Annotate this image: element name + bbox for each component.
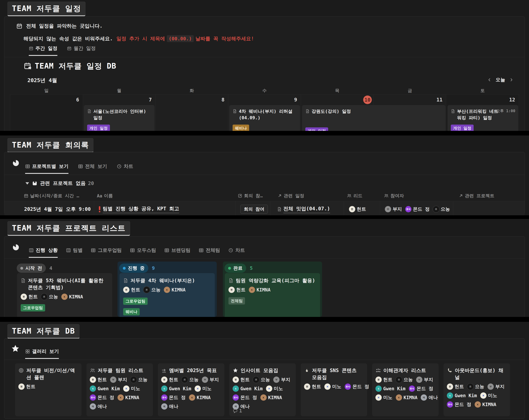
tab-growup-team[interactable]: 그로우업팀 [91,247,122,258]
calendar-event[interactable]: 부산(프리워킹 네트워킹 파티) 일정 오후 1:00 개인 일정 [448,105,518,131]
tab-monthly-schedule[interactable]: 월간 일정 [67,45,95,56]
calendar-event[interactable]: 4차 웨비나(부지) 리허설 (04.09.) 웨비나 [229,105,300,131]
column-header[interactable]: 시작 전 4 [17,264,52,273]
column-header[interactable]: 진행 중 9 [119,264,155,273]
group-header[interactable]: 관련 프로젝트 없음 20 [26,180,94,187]
person-name: KIMNA [125,395,139,400]
person-name: 미노 [332,383,341,390]
person-name: 부지 [495,383,504,390]
tab-whole-team[interactable]: 전체팀 [199,247,220,258]
gallery-card[interactable]: 아웃바운드(홍보) 채널 헌헌트으으농부부지GGwen KimM미노원석몬드 정… [444,363,510,416]
calendar-event[interactable]: 강원도(강의) 일정 개인 일정 [302,105,446,131]
status-dot-icon [20,267,23,270]
column-label: 관련 일정 [284,193,304,199]
person-chip: KKIMNA [118,395,139,401]
table-row[interactable]: 2025년 4월 7일 오후 9:00 팀별 진행 상황 공유, KPT 회고 … [4,201,525,215]
column-header-name[interactable]: Aa 이름 [97,193,113,199]
calendar-cell[interactable]: 6 [10,94,83,131]
page-title: TEAM 저두클 회의록 [12,140,89,149]
column-label: 날짜(시작/종료 시간 … [30,193,79,199]
column-header-date[interactable]: 날짜(시작/종료 시간 … [24,193,79,199]
avatar: K [396,395,402,401]
comment-bubble-icon [233,409,238,413]
person-name: 헌트 [131,287,140,293]
project-card[interactable]: 저두클 4차 웨비나(부지은) 헌헌트으으농KKIMNA 그로우업팀 웨비나 [119,273,215,317]
calendar-event[interactable]: 서울(노션코리아 인터뷰) 일정 개인 일정 [84,105,155,131]
tab-chart[interactable]: 차트 [228,247,245,258]
card-title: 저두클 비전/미션/액션 플랜 [26,367,78,381]
tab-label: 차트 [235,247,245,254]
column-header-participants[interactable]: 참여자 [384,193,404,199]
calendar-week-row: 6 7 8 9 10 11 12 서울(노션코리아 인터뷰) 일정 개인 일정 … [10,94,519,131]
kanban-column-not-started: 시작 전 4 저두클 5차 웨비나(AI를 활용한 콘텐츠 기획법) 헌헌트으으… [15,262,114,317]
tab-chart[interactable]: 차트 [117,163,133,174]
card-tag: 그로우업팀 [21,304,45,311]
gallery-card[interactable]: 저두클 비전/미션/액션 플랜 헌헌트 [15,363,81,416]
page-link-schedule[interactable]: TEAM 저두클 일정 [7,2,85,16]
page-link-minutes[interactable]: TEAM 저두클 회의록 [7,138,93,153]
person-chip: 부부지 [110,377,127,383]
tab-gallery-view[interactable]: 갤러리 보기 [25,348,59,359]
calendar-cell[interactable]: 8 [156,94,228,131]
table-icon [199,248,204,253]
tab-label: 팀별 [73,247,82,254]
column-header-join[interactable]: 회의 참… [238,193,263,199]
column-header-related-schedule[interactable]: 관련 일정 [278,193,304,199]
gallery-card[interactable]: 멤버별 2025년 목표 헌헌트으으농부부지GGwen KimM미노원석몬드 정… [158,363,224,416]
page-link-db[interactable]: TEAM 저두클 DB [7,324,79,339]
cell-name[interactable]: 팀별 진행 상황 공유, KPT 회고 [99,201,179,215]
cell-related-schedule[interactable]: 전체 밋업(04.07.) [277,201,330,215]
join-meeting-button[interactable]: 회의 참여 [240,205,268,214]
person-name: 으농 [49,293,58,300]
kanban-board: 시작 전 4 저두클 5차 웨비나(AI를 활용한 콘텐츠 기획법) 헌헌트으으… [15,262,521,317]
callout-plain: 해당되지 않는 속성 값은 비워주세요. [24,35,113,42]
card-people: 헌헌트으으농부부지GGwen KimM미노원석몬드 정KKIMNA애애나 [233,377,292,410]
card-people: 헌헌트으으농KKIMNA [21,293,109,300]
next-month-button[interactable] [509,77,514,82]
section-schedule: TEAM 저두클 일정 전체 일정을 파악하는 곳입니다. 해당되지 않는 속성… [0,0,529,131]
tab-branding-team[interactable]: 브랜딩팀 [164,247,190,258]
project-box-icon [32,180,38,186]
tab-all-view[interactable]: 전체 보기 [78,163,107,174]
person-name: 부지 [281,377,290,383]
person-name: 몬드 정 [352,383,369,390]
card-title: 멤버별 2025년 목표 [169,367,217,374]
gallery-card[interactable]: 저두클 SNS 콘텐츠 모음집 헌헌트M미노원석몬드 정 [301,363,367,416]
tab-weekly-schedule[interactable]: 주간 일정 [29,45,57,56]
gallery-card[interactable]: 저두클 팀원 리스트 헌헌트부부지으으농GGwen KimM미노원석몬드 정KK… [86,363,153,416]
avatar: K [164,287,170,293]
project-card[interactable]: 팀원 역량강화 교육(피그마 활용) 헌헌트KKIMNA 전체팀 [225,273,320,317]
person-chip: 헌헌트 [18,383,35,390]
column-header-related-project[interactable]: 관련 프로젝트 [459,193,494,199]
person-chip: 으으농 [433,206,450,212]
avatar: K [118,395,124,401]
column-header-lead[interactable]: 리드 [347,193,362,199]
column-header[interactable]: 완료 5 [225,264,252,273]
calendar-icon [29,46,33,51]
callout-line2: 해당되지 않는 속성 값은 비워주세요. 일정 추가 시 제목에 (00.00.… [24,35,254,42]
person-name: Gwen Kim [169,386,191,391]
tab-by-team[interactable]: 팀별 [66,247,82,258]
avatar: 으 [41,293,47,300]
avatar: 헌 [233,377,239,383]
person-name: Gwen Kim [383,386,406,391]
tab-modus-team[interactable]: 모두스팀 [130,247,156,258]
page-icon [123,278,128,283]
project-card[interactable]: 저두클 5차 웨비나(AI를 활용한 콘텐츠 기획법) 헌헌트으으농KKIMNA… [17,273,112,317]
gallery-card[interactable]: 이해관계자 리스트 헌헌트으으농부부지GGwen Kim원석몬드 정M미노KKI… [372,363,438,416]
section-projects: TEAM 저두클 프로젝트 리스트 진행 상황 팀별 그로우업팀 모두스팀 [0,219,529,317]
page-link-projects[interactable]: TEAM 저두클 프로젝트 리스트 [7,221,130,236]
gallery-card[interactable]: 인사이트 모음집 헌헌트으으농부부지GGwen KimM미노원석몬드 정KKIM… [229,363,296,416]
person-name: 몬드 정 [240,395,257,401]
tab-label: 그로우업팀 [98,247,122,254]
person-name: 부지 [393,206,402,212]
prev-month-button[interactable] [487,77,492,82]
today-button[interactable]: 오늘 [496,76,505,83]
person-chip: 애애나 [90,403,107,410]
person-row: 원석몬드 정KKIMNA [161,395,221,401]
tab-by-project[interactable]: 프로젝트별 보기 [25,163,68,174]
avatar: K [249,287,255,293]
section-minutes: TEAM 저두클 회의록 프로젝트별 보기 전체 보기 차트 관련 프로젝트 없… [0,136,529,215]
tab-progress[interactable]: 진행 상황 [29,247,58,258]
avatar: 원석 [447,401,453,407]
